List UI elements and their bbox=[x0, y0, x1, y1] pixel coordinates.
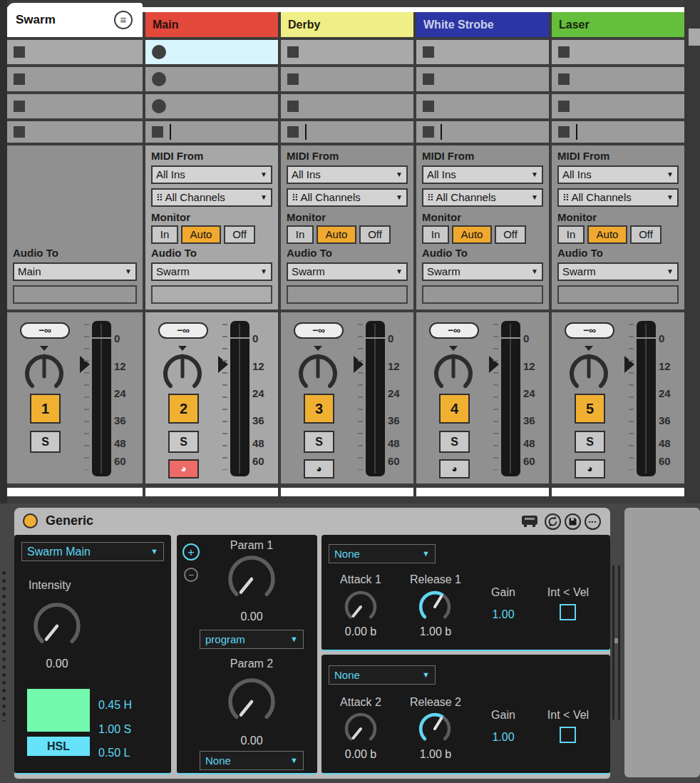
midi-input-select[interactable]: All Ins ▼ bbox=[422, 165, 543, 184]
track-number-badge[interactable]: 5 bbox=[575, 394, 605, 424]
hot-swap-icon[interactable] bbox=[545, 513, 561, 530]
audio-to-select[interactable]: Main ▼ bbox=[13, 262, 137, 281]
monitor-in-button[interactable]: In bbox=[557, 225, 585, 244]
clip-slot[interactable] bbox=[416, 67, 549, 91]
clip-stop-icon[interactable] bbox=[14, 73, 25, 85]
volume-knob[interactable] bbox=[432, 352, 475, 395]
device-title-bar[interactable]: Generic ••• bbox=[14, 508, 610, 535]
clip-stop-icon[interactable] bbox=[287, 46, 299, 58]
device-view-scroll-handle[interactable] bbox=[612, 566, 620, 720]
clip-stop-icon[interactable] bbox=[423, 73, 434, 85]
more-options-icon[interactable]: ••• bbox=[585, 513, 601, 530]
clip-slot[interactable] bbox=[552, 94, 684, 118]
solo-button[interactable]: S bbox=[30, 431, 61, 453]
intensity-value[interactable]: 0.00 bbox=[29, 657, 86, 670]
clip-stop-icon[interactable] bbox=[423, 46, 434, 58]
release2-knob[interactable] bbox=[415, 709, 455, 749]
remove-param-button[interactable]: − bbox=[184, 568, 198, 582]
track-header[interactable]: Swarm ≡ bbox=[7, 3, 143, 37]
lightness-value[interactable]: 0.50 L bbox=[98, 747, 160, 759]
solo-button[interactable]: S bbox=[304, 431, 334, 453]
volume-display[interactable]: −∞ bbox=[294, 322, 344, 339]
clip-stop-icon[interactable] bbox=[287, 101, 299, 112]
intensity-knob[interactable] bbox=[29, 598, 86, 655]
clip-stop-icon[interactable] bbox=[423, 126, 434, 138]
clip-slot[interactable] bbox=[416, 121, 549, 143]
plugin-window-icon[interactable] bbox=[522, 516, 537, 525]
save-preset-icon[interactable] bbox=[565, 513, 581, 530]
clip-record-icon[interactable] bbox=[152, 72, 166, 86]
clip-slot[interactable] bbox=[7, 67, 143, 91]
arm-button[interactable]: ◕ bbox=[575, 459, 605, 478]
clip-slot[interactable] bbox=[552, 67, 684, 91]
audio-to-select[interactable]: Swarm ▼ bbox=[557, 262, 679, 281]
track-header[interactable]: Laser bbox=[552, 12, 684, 37]
clip-slot[interactable] bbox=[145, 94, 278, 118]
solo-button[interactable]: S bbox=[575, 431, 605, 453]
volume-knob[interactable] bbox=[23, 352, 66, 395]
clip-stop-icon[interactable] bbox=[14, 46, 25, 58]
clip-slot[interactable] bbox=[281, 40, 413, 64]
clip-stop-icon[interactable] bbox=[558, 46, 570, 58]
monitor-in-button[interactable]: In bbox=[151, 225, 178, 244]
track-number-badge[interactable]: 3 bbox=[304, 394, 334, 424]
clip-stop-icon[interactable] bbox=[558, 101, 570, 112]
clip-slot[interactable] bbox=[416, 94, 549, 118]
hue-value[interactable]: 0.45 H bbox=[98, 699, 160, 712]
clip-record-icon[interactable] bbox=[152, 45, 166, 59]
monitor-off-button[interactable]: Off bbox=[495, 225, 526, 244]
clip-slot-selected[interactable] bbox=[145, 40, 278, 64]
midi-channel-select[interactable]: ⠿All Channels ▼ bbox=[422, 188, 543, 207]
attack2-value[interactable]: 0.00 b bbox=[329, 748, 393, 761]
release2-value[interactable]: 1.00 b bbox=[400, 748, 471, 761]
device-on-toggle[interactable] bbox=[23, 513, 38, 528]
midi-input-select[interactable]: All Ins ▼ bbox=[557, 165, 679, 184]
param1-knob[interactable] bbox=[223, 551, 280, 608]
monitor-auto-button[interactable]: Auto bbox=[316, 225, 356, 244]
midi-channel-select[interactable]: ⠿All Channels ▼ bbox=[287, 188, 408, 207]
clip-slot[interactable] bbox=[552, 121, 684, 143]
track-header[interactable]: Main bbox=[145, 12, 278, 37]
clip-record-icon[interactable] bbox=[152, 99, 166, 113]
param1-map-select[interactable]: program ▼ bbox=[200, 630, 304, 649]
clip-stop-icon[interactable] bbox=[287, 126, 299, 138]
track-number-badge[interactable]: 2 bbox=[168, 394, 199, 424]
clip-stop-icon[interactable] bbox=[558, 126, 570, 138]
volume-display[interactable]: −∞ bbox=[565, 322, 614, 339]
clip-stop-icon[interactable] bbox=[14, 126, 25, 138]
release1-knob[interactable] bbox=[415, 587, 455, 627]
clip-slot[interactable] bbox=[416, 40, 549, 64]
volume-knob[interactable] bbox=[161, 352, 204, 395]
gain2-value[interactable]: 1.00 bbox=[482, 731, 525, 744]
env1-source-select[interactable]: None ▼ bbox=[329, 544, 436, 563]
midi-channel-select[interactable]: ⠿All Channels ▼ bbox=[151, 188, 272, 207]
clip-slot[interactable] bbox=[281, 67, 413, 91]
monitor-auto-button[interactable]: Auto bbox=[181, 225, 221, 244]
audio-to-select[interactable]: Swarm ▼ bbox=[151, 262, 272, 281]
gain1-value[interactable]: 1.00 bbox=[482, 608, 525, 621]
monitor-off-button[interactable]: Off bbox=[630, 225, 662, 244]
track-menu-icon[interactable]: ≡ bbox=[114, 11, 133, 29]
audio-to-select[interactable]: Swarm ▼ bbox=[422, 262, 543, 281]
clip-slot[interactable] bbox=[281, 121, 413, 143]
clip-slot[interactable] bbox=[281, 94, 413, 118]
arm-button[interactable]: ◕ bbox=[168, 459, 199, 478]
volume-display[interactable]: −∞ bbox=[158, 322, 208, 339]
clip-slot[interactable] bbox=[7, 121, 143, 143]
param2-map-select[interactable]: None ▼ bbox=[200, 751, 304, 770]
volume-knob[interactable] bbox=[567, 352, 610, 395]
clip-stop-icon[interactable] bbox=[558, 73, 570, 85]
arm-button[interactable]: ◕ bbox=[304, 459, 334, 478]
monitor-in-button[interactable]: In bbox=[287, 225, 314, 244]
monitor-in-button[interactable]: In bbox=[422, 225, 449, 244]
env2-source-select[interactable]: None ▼ bbox=[329, 665, 436, 685]
release1-value[interactable]: 1.00 b bbox=[400, 625, 471, 638]
volume-knob[interactable] bbox=[297, 352, 339, 395]
attack1-knob[interactable] bbox=[341, 587, 381, 627]
track-number-badge[interactable]: 1 bbox=[30, 394, 61, 424]
monitor-off-button[interactable]: Off bbox=[359, 225, 391, 244]
monitor-auto-button[interactable]: Auto bbox=[452, 225, 492, 244]
midi-channel-select[interactable]: ⠿All Channels ▼ bbox=[557, 188, 679, 207]
param1-value[interactable]: 0.00 bbox=[223, 610, 280, 623]
audio-to-select[interactable]: Swarm ▼ bbox=[287, 262, 408, 281]
